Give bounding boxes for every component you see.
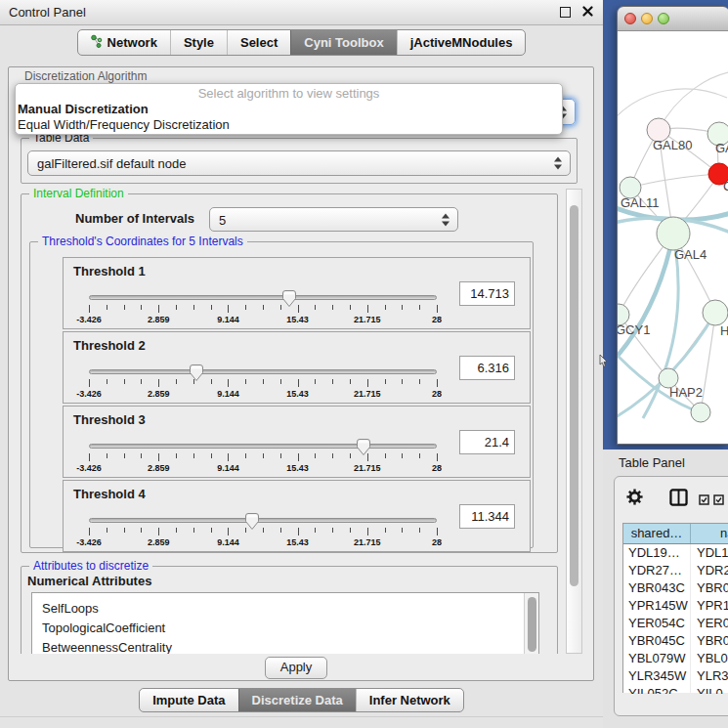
- slider-track[interactable]: [89, 518, 437, 523]
- cell-name[interactable]: YBR0: [691, 632, 728, 650]
- tab-jactivemnodules[interactable]: jActiveMNodules: [397, 30, 526, 55]
- scale-label: -3.426: [76, 463, 102, 473]
- tab-select[interactable]: Select: [227, 30, 290, 55]
- slider-track[interactable]: [89, 295, 437, 300]
- cell-name[interactable]: YDL1: [691, 544, 728, 562]
- tick-mark: [89, 379, 90, 387]
- gear-icon[interactable]: [626, 489, 643, 509]
- network-node[interactable]: [691, 403, 710, 422]
- tick-mark: [158, 379, 159, 387]
- cell-shared-name[interactable]: YDL19…: [623, 544, 691, 562]
- dropdown-item-manual-discretization[interactable]: Manual Discretization: [16, 102, 562, 117]
- cell-name[interactable]: YBR0: [691, 579, 728, 597]
- network-window-titlebar[interactable]: [618, 7, 728, 31]
- cell-shared-name[interactable]: YBR043C: [623, 579, 691, 597]
- tick-mark: [315, 453, 316, 458]
- table-row[interactable]: YER054CYER0: [623, 615, 728, 632]
- zoom-traffic-button[interactable]: [658, 13, 669, 24]
- table-row[interactable]: YDL19…YDL1: [623, 544, 728, 562]
- cell-name[interactable]: YLR3: [691, 667, 728, 685]
- num-intervals-label: Number of Intervals: [75, 211, 194, 226]
- attributes-list-scrollbar[interactable]: [524, 593, 538, 654]
- cell-name[interactable]: YPR1: [691, 597, 728, 615]
- close-traffic-button[interactable]: [624, 13, 636, 24]
- threshold-value-field[interactable]: 6.316: [459, 356, 515, 380]
- cell-name[interactable]: YIL0: [691, 685, 723, 694]
- cell-shared-name[interactable]: YPR145W: [623, 597, 691, 615]
- table-row[interactable]: YDR27…YDR2: [623, 562, 728, 579]
- network-node-h[interactable]: [703, 300, 728, 325]
- cell-shared-name[interactable]: YLR345W: [623, 667, 691, 685]
- network-canvas[interactable]: GAL80GACGAL11GAL4GCY1HHAP2: [618, 31, 728, 445]
- threshold-value-field[interactable]: 14.713: [459, 281, 515, 306]
- cell-shared-name[interactable]: YBR045C: [623, 632, 691, 650]
- threshold-slider[interactable]: -3.4262.8599.14415.4321.71528: [89, 514, 437, 551]
- threshold-slider[interactable]: -3.4262.8599.14415.4321.71528: [89, 440, 437, 477]
- slider-track[interactable]: [89, 444, 437, 449]
- apply-button[interactable]: Apply: [265, 657, 327, 679]
- network-edge[interactable]: [701, 313, 715, 412]
- float-window-button[interactable]: [560, 7, 571, 18]
- table-data-combobox[interactable]: galFiltered.sif default node: [27, 150, 571, 176]
- num-intervals-spinner[interactable]: 5: [209, 207, 458, 232]
- network-edge[interactable]: [630, 174, 719, 188]
- attribute-item-topologicalcoefficient[interactable]: TopologicalCoefficient: [42, 619, 538, 638]
- attribute-item-betweennesscentrality[interactable]: BetweennessCentrality: [42, 638, 538, 654]
- threshold-value-field[interactable]: 21.4: [459, 430, 515, 454]
- cell-shared-name[interactable]: YBL079W: [623, 650, 691, 667]
- network-edge[interactable]: [618, 89, 727, 117]
- network-node-gal4[interactable]: [657, 217, 690, 250]
- tab-discretize-data[interactable]: Discretize Data: [238, 689, 356, 711]
- threshold-value-field[interactable]: 11.344: [459, 504, 515, 529]
- attribute-item-selfloops[interactable]: SelfLoops: [42, 599, 538, 619]
- dropdown-item-equal-width-frequency[interactable]: Equal Width/Frequency Discretization: [16, 117, 562, 133]
- cell-shared-name[interactable]: YER054C: [623, 615, 691, 632]
- scale-label: 21.715: [354, 537, 381, 547]
- tab-impute-data[interactable]: Impute Data: [140, 689, 237, 711]
- threshold-slider[interactable]: -3.4262.8599.14415.4321.71528: [89, 365, 437, 403]
- cell-name[interactable]: YER0: [691, 615, 728, 632]
- checkbox-select-all-icon[interactable]: [713, 492, 724, 509]
- tab-network[interactable]: Network: [78, 30, 170, 55]
- tick-mark: [228, 528, 229, 535]
- table-row[interactable]: YIL052CYIL0: [623, 685, 728, 694]
- columns-icon[interactable]: [669, 489, 688, 510]
- slider-thumb[interactable]: [356, 438, 371, 456]
- cell-shared-name[interactable]: YIL052C: [623, 685, 691, 694]
- cell-name[interactable]: YBL0: [691, 650, 728, 667]
- threshold-slider[interactable]: -3.4262.8599.14415.4321.71528: [89, 291, 437, 328]
- tick-mark: [211, 453, 212, 458]
- tab-style[interactable]: Style: [170, 30, 227, 55]
- tick-mark: [437, 528, 438, 535]
- close-panel-button[interactable]: [582, 0, 593, 24]
- table-row[interactable]: YBR045CYBR0: [623, 632, 728, 650]
- minimize-traffic-button[interactable]: [641, 13, 653, 24]
- table-header-row: shared… na: [623, 524, 728, 544]
- slider-thumb[interactable]: [281, 289, 297, 308]
- table-row[interactable]: YBR043CYBR0: [623, 579, 728, 597]
- table-row[interactable]: YBL079WYBL0: [623, 650, 728, 667]
- combo-arrows-icon: [554, 157, 562, 170]
- attributes-list[interactable]: SelfLoopsTopologicalCoefficientBetweenne…: [31, 592, 539, 654]
- slider-track[interactable]: [89, 369, 437, 374]
- scrollbar-thumb[interactable]: [528, 597, 536, 652]
- tab-infer-network[interactable]: Infer Network: [356, 689, 463, 711]
- cell-shared-name[interactable]: YDR27…: [623, 562, 691, 579]
- table-row[interactable]: YPR145WYPR1: [623, 597, 728, 615]
- scrollbar-thumb[interactable]: [570, 205, 578, 586]
- column-header-name[interactable]: na: [691, 524, 728, 543]
- tab-cyni-toolbox[interactable]: Cyni Toolbox: [290, 30, 396, 55]
- network-edge[interactable]: [659, 72, 728, 130]
- table-row[interactable]: YLR345WYLR3: [623, 667, 728, 685]
- slider-thumb[interactable]: [189, 364, 204, 382]
- checkbox-select-icon[interactable]: [699, 492, 709, 509]
- scale-label: 28: [432, 463, 442, 473]
- tick-mark: [385, 453, 386, 458]
- column-header-shared-name[interactable]: shared…: [623, 524, 691, 543]
- panel-scrollbar[interactable]: [566, 189, 582, 654]
- tick-mark: [124, 305, 125, 310]
- table-data-group: Table Data galFiltered.sif default node: [21, 138, 578, 184]
- network-edge[interactable]: [618, 234, 673, 356]
- slider-thumb[interactable]: [244, 512, 260, 531]
- cell-name[interactable]: YDR2: [691, 562, 728, 579]
